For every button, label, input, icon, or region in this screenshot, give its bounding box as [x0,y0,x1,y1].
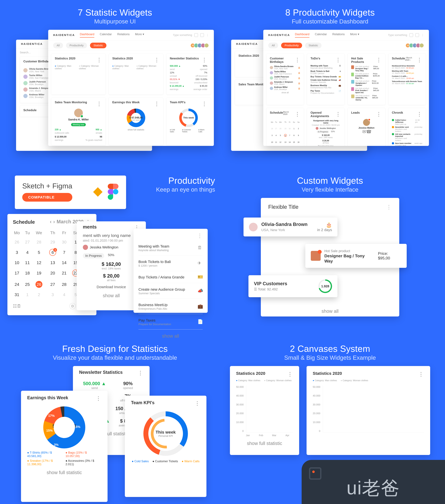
earnings-widget: Earnings this Week⋮ 65% 17% 15% 3% $ 67.… [21,391,108,502]
widget-sales-team: Sales Team Monitoring⋮ Sandra K. Miller … [51,97,106,145]
download-invoice-button[interactable]: Download Invoice [83,285,140,289]
filter-statistics[interactable]: Statistic [90,43,106,48]
section-title: 8 Productivity Widgets [285,7,375,18]
megaphone-icon: 📣 [198,288,203,293]
app-logo: HAIDENTICA [21,42,43,46]
todos-widget: ⋮ Meeting with TeamKeynote about Marketi… [133,229,208,313]
show-all-link[interactable]: show all [268,305,392,319]
widget-title: Customer Birthdays [23,60,52,66]
more-icon[interactable]: ⋮ [154,101,160,107]
widget-birthdays: Customer Birthdays⋮ Olivia-Sandra BrownU… [266,54,304,105]
briefcase-icon: 💼 [339,84,341,89]
widget-statistics-2020: Statistics 2020⋮ Category: Man clothesCa… [51,54,106,94]
figma-icon [108,184,119,200]
canvases-preview: Statistics 2020⋮ Category: Man clothesCa… [230,366,430,455]
bar-chart [246,386,293,432]
megaphone-icon: 📣 [339,79,341,83]
team-kpi-widget: Team KPI's⋮ This weekPersonal KPI Cold S… [125,396,206,497]
compat-title: Sketch + Figma [22,182,72,190]
phone-icon[interactable]: ☎ [367,130,371,133]
camera-icon [309,467,321,480]
calendar-icon[interactable]: 🗓 [17,304,21,309]
more-icon[interactable]: ⋮ [386,204,392,210]
download-invoice-button[interactable]: Download Invoice [311,145,341,146]
grid-icon[interactable] [200,33,204,37]
chevron-left-icon[interactable]: ‹ [50,219,51,225]
plane-icon: ✈ [198,261,203,266]
list-icon[interactable]: ☷ [13,304,17,309]
calendar-icon: 🗓 [198,245,203,250]
search-placeholder[interactable]: Type something [173,34,192,37]
flexible-widget: Flexible Title⋮ Olivia-Sandra BrownUSA, … [261,198,399,317]
widget-earnings: Earnings this Week⋮ $ 67.048,00 incl. ta… [109,97,163,145]
plane-icon: ✈ [339,70,341,75]
view-day[interactable]: D [70,303,76,309]
filter-all[interactable]: All [53,43,63,48]
grid-icon[interactable] [415,33,419,37]
widget-todos: ToDo's⋮ Meeting with TeamKeynote about M… [307,54,345,105]
document-icon: 📄 [339,90,341,94]
customer-card[interactable]: Olivia-Sandra BrownUSA, New York 🎂in 2 d… [243,217,337,236]
vip-card[interactable]: VIP Customers☰ Total: 92.492 1.928 [248,275,337,297]
filter-productivity[interactable]: Productivity [66,43,87,48]
document-icon: 📄 [198,319,203,324]
ticket-icon: 🎫 [339,76,341,78]
widget-chronik: Chronik⋮ Called twice: JeffersonDidn't p… [388,108,426,146]
show-all-link[interactable]: show all [138,329,203,344]
hot-sale-card[interactable]: Hot Sale productDesigner Bag / Tony Way … [305,244,407,268]
more-icon[interactable]: ⋮ [154,57,160,63]
widget-statistics-2020-b: Statistics 2020⋮ Category: Man clothesCa… [109,54,163,94]
progress-ring: 1.928 [318,279,332,293]
list-item[interactable]: Pay TaxesPrepare for Documentation📄 [138,314,203,329]
dashboard-preview-statistics: HAIDENTICA Search... Customer Birthdays⋮… [16,30,214,153]
kpi-ring: This weekPersonal KPI [143,411,188,456]
watermark: ui老爸 uil8.com [302,460,445,504]
show-all-link[interactable]: show all [83,289,140,304]
app-logo: HAIDENTICA [53,34,75,37]
tab-dashboard[interactable]: Dashboard [80,33,94,37]
canvas-small: Statistics 2020⋮ Category: Man clothesCa… [230,366,299,455]
widget-hot-sale: Hot Sale Products⋮ Hot Sale productDesig… [348,54,385,105]
status-badge: In Progress [83,253,104,258]
list-item[interactable]: Book Tickets to Bali$ 1200 / person✈ [138,255,203,271]
chevron-right-icon[interactable]: › [53,219,55,225]
widget-assignment: Opened Assignments⋮ Assignment with very… [307,108,345,146]
calendar-icon: 🗓 [339,65,341,69]
list-item[interactable]: Create new Audience GroupSummer Specials… [138,283,203,299]
search-icon[interactable] [409,33,413,37]
widget-title: Schedule [23,108,37,112]
widget-title: Flexible Title [268,204,298,210]
dashboard-front: HAIDENTICA Dashboard Calendar Relations … [48,30,214,146]
compatible-badge: COMPATIBLE [22,193,72,202]
product-thumb [311,251,321,261]
more-icon[interactable]: ⋮ [96,57,102,63]
cake-icon: 🎂 [317,222,332,228]
bar-chart [323,386,424,432]
sketch-icon: ◆ [93,184,103,200]
avatar [249,223,258,231]
widget-schedule-list: Schedule‹ March 2020 ›⋮ Newbased Erica N… [388,54,426,105]
mail-icon[interactable]: ✉ [362,130,366,133]
list-item[interactable]: Business MeetUpEntrepreneurs Palo Alto💼 [138,299,203,314]
widget-schedule-mini: ScheduleMarch 2020⋮ MoTuWeThFrSuSa 26272… [266,108,304,146]
briefcase-icon: 💼 [198,304,203,309]
tab-more[interactable]: More ▾ [135,33,144,37]
dashboard-front-prod: HAIDENTICA Dashboard Calendar Relations … [263,30,429,146]
dashboard-preview-productivity: HAIDENTICA Statistics 2020 Sales Team Mo… [231,30,429,153]
ticket-icon: 🎫 [198,274,203,280]
more-icon[interactable]: ⋮ [202,101,207,107]
tab-calendar[interactable]: Calendar [100,33,112,37]
widget-leads: Leads⋮ Jessica Walton ✉ ☎ [348,108,385,146]
more-icon[interactable]: ⋮ [206,34,209,37]
list-item[interactable]: Meeting with TeamKeynote about Marketing… [138,240,203,255]
svg-point-0 [113,189,118,194]
tab-relations[interactable]: Relations [117,33,130,37]
search-icon[interactable] [194,33,198,37]
more-icon[interactable]: ⋮ [96,101,102,107]
section-title: 7 Statistic Widgets [78,7,152,18]
more-icon[interactable]: ⋮ [202,57,207,63]
custom-widgets-preview: Flexible Title⋮ Olivia-Sandra BrownUSA, … [261,198,399,322]
compat-card: Sketch + Figma COMPATIBLE ◆ [15,176,126,209]
section-sub: Multipurpose UI [94,18,136,25]
list-item[interactable]: Buy Tickets / Ariana Grande🎫 [138,271,203,283]
